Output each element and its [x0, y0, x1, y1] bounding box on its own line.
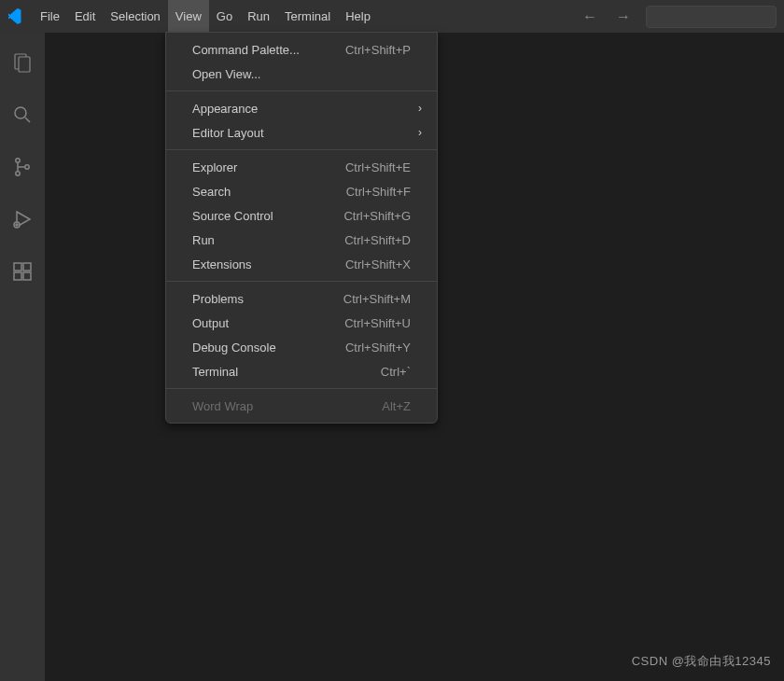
activity-run-debug-icon[interactable] [0, 197, 45, 242]
menu-item-shortcut: Ctrl+Shift+D [344, 233, 411, 247]
menu-run[interactable]: Run [240, 0, 277, 33]
menu-item-label: Explorer [192, 160, 237, 174]
menu-file[interactable]: File [33, 0, 67, 33]
menu-item-shortcut: Ctrl+Shift+X [345, 257, 411, 271]
menu-item-shortcut: Ctrl+` [381, 365, 411, 379]
menu-item-run[interactable]: RunCtrl+Shift+D [166, 228, 437, 252]
svg-rect-1 [19, 57, 30, 72]
menu-item-shortcut: Ctrl+Shift+Y [345, 340, 411, 354]
svg-point-2 [15, 107, 26, 118]
menu-item-word-wrap: Word WrapAlt+Z [166, 394, 437, 418]
command-center-search[interactable] [646, 6, 777, 28]
menu-item-extensions[interactable]: ExtensionsCtrl+Shift+X [166, 252, 437, 276]
menu-item-label: Open View... [192, 67, 260, 81]
menu-item-command-palette[interactable]: Command Palette...Ctrl+Shift+P [166, 37, 437, 62]
menu-edit[interactable]: Edit [67, 0, 103, 33]
menu-terminal[interactable]: Terminal [277, 0, 338, 33]
menu-item-source-control[interactable]: Source ControlCtrl+Shift+G [166, 203, 437, 228]
svg-line-3 [25, 118, 30, 122]
menu-item-label: Terminal [192, 365, 238, 379]
svg-point-5 [16, 172, 20, 175]
menu-go[interactable]: Go [209, 0, 240, 33]
menu-item-debug-console[interactable]: Debug ConsoleCtrl+Shift+Y [166, 335, 437, 359]
nav-back-icon[interactable]: ← [579, 5, 601, 29]
app-logo-icon [0, 0, 33, 33]
menu-item-output[interactable]: OutputCtrl+Shift+U [166, 311, 437, 335]
menu-item-label: Extensions [192, 257, 252, 271]
menu-item-label: Command Palette... [192, 43, 300, 57]
menu-item-shortcut: Ctrl+Shift+G [343, 209, 411, 223]
menu-separator [166, 149, 437, 150]
menu-item-label: Problems [192, 292, 244, 306]
menu-item-label: Debug Console [192, 340, 276, 354]
menu-item-appearance[interactable]: Appearance› [166, 96, 437, 120]
activity-explorer-icon[interactable] [0, 40, 45, 85]
svg-rect-12 [23, 272, 31, 280]
menu-item-open-view[interactable]: Open View... [166, 62, 437, 86]
menu-item-label: Editor Layout [192, 126, 264, 140]
chevron-right-icon: › [418, 102, 422, 115]
menu-item-label: Output [192, 316, 229, 330]
vscode-icon [8, 8, 25, 25]
menu-item-shortcut: Ctrl+Shift+E [345, 160, 411, 174]
watermark-text: CSDN @我命由我12345 [632, 653, 771, 670]
titlebar-right: ← → [579, 5, 784, 29]
menu-selection[interactable]: Selection [103, 0, 167, 33]
svg-rect-13 [23, 263, 31, 271]
menu-item-shortcut: Ctrl+Shift+F [346, 185, 411, 199]
menu-item-explorer[interactable]: ExplorerCtrl+Shift+E [166, 155, 437, 179]
menu-item-shortcut: Ctrl+Shift+U [344, 316, 411, 330]
menu-item-shortcut: Alt+Z [382, 399, 411, 413]
menu-item-label: Source Control [192, 209, 273, 223]
menu-item-editor-layout[interactable]: Editor Layout› [166, 120, 437, 145]
titlebar: FileEditSelectionViewGoRunTerminalHelp ←… [0, 0, 784, 33]
activity-source-control-icon[interactable] [0, 145, 45, 189]
menubar: FileEditSelectionViewGoRunTerminalHelp [33, 0, 378, 33]
menu-item-shortcut: Ctrl+Shift+P [345, 43, 411, 57]
svg-rect-11 [14, 272, 21, 280]
menu-item-problems[interactable]: ProblemsCtrl+Shift+M [166, 286, 437, 311]
nav-forward-icon[interactable]: → [612, 5, 635, 29]
menu-item-label: Word Wrap [192, 399, 253, 413]
menu-item-shortcut: Ctrl+Shift+M [343, 292, 411, 306]
menu-separator [166, 388, 437, 389]
svg-rect-10 [14, 263, 21, 271]
menu-separator [166, 281, 437, 282]
svg-point-6 [25, 165, 29, 169]
svg-point-9 [16, 224, 18, 226]
menu-item-label: Appearance [192, 102, 258, 116]
activity-bar [0, 33, 45, 681]
menu-item-label: Run [192, 233, 215, 247]
chevron-right-icon: › [418, 126, 422, 139]
menu-separator [166, 90, 437, 91]
menu-item-terminal[interactable]: TerminalCtrl+` [166, 359, 437, 383]
activity-extensions-icon[interactable] [0, 249, 45, 294]
activity-search-icon[interactable] [0, 92, 45, 137]
svg-point-4 [16, 159, 20, 162]
menu-help[interactable]: Help [338, 0, 378, 33]
menu-item-search[interactable]: SearchCtrl+Shift+F [166, 179, 437, 203]
menu-item-label: Search [192, 185, 231, 199]
view-dropdown-menu: Command Palette...Ctrl+Shift+POpen View.… [165, 32, 438, 424]
menu-view[interactable]: View [168, 0, 209, 33]
